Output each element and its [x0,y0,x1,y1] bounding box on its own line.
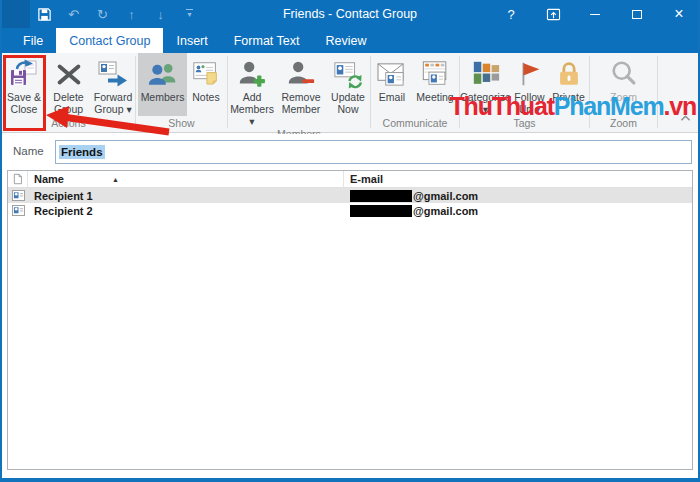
private-icon [554,57,584,91]
member-name: Recipient 1 [28,190,344,202]
ribbon-display-options-button[interactable] [532,0,574,28]
members-button[interactable]: Members [138,53,187,116]
zoom-button: Zoom [602,53,646,116]
group-separator [657,56,658,128]
group-name-input[interactable]: Friends [55,140,692,164]
follow-up-icon [515,57,545,91]
list-header: Name ▲ E-mail [8,171,692,188]
save-close-icon [8,57,40,91]
close-button[interactable]: × [658,0,700,28]
member-email: @gmail.com [344,205,692,217]
document-icon [12,173,23,185]
follow-up-button[interactable]: Follow Up ▾ [511,53,549,116]
contact-group-form: Name Friends Name ▲ E-mail Recipi [2,134,698,482]
name-row: Name Friends [2,140,698,164]
meeting-icon [420,57,451,91]
remove-member-icon [286,57,316,91]
email-button[interactable]: Email [372,53,412,116]
quick-access-toolbar: ↶ ↻ ↑ ↓ ▾ [30,0,204,28]
redacted-email [350,205,412,217]
redo-icon[interactable]: ↻ [88,0,117,28]
contact-card-icon [8,190,28,201]
contact-group-window: ↶ ↻ ↑ ↓ ▾ Friends - Contact Group ? × Fi… [0,0,700,482]
group-label-actions: Actions [2,116,135,132]
ribbon-group-actions: Save & Close Delete Group [2,53,135,132]
categorize-button[interactable]: Categorize ▾ [461,53,511,116]
window-controls: ? × [490,0,700,28]
members-list: Name ▲ E-mail Recipient 1 @gmail.com Rec… [7,170,693,470]
group-label-zoom: Zoom [590,116,657,132]
tab-file[interactable]: File [10,28,56,53]
ribbon-group-show: Members Notes [136,53,227,132]
update-now-button[interactable]: Update Now [326,53,370,127]
tab-format-text[interactable]: Format Text [221,28,313,53]
ribbon-group-zoom: Zoom Zoom [590,53,657,132]
customize-quick-access-toolbar-icon[interactable]: ▾ [175,0,204,28]
notes-button[interactable]: Notes [187,53,225,116]
save-icon[interactable] [30,0,59,28]
update-now-icon [332,57,364,91]
title-bar: ↶ ↻ ↑ ↓ ▾ Friends - Contact Group ? × [0,0,700,28]
group-label-show: Show [136,116,227,132]
undo-icon[interactable]: ↶ [59,0,88,28]
add-members-icon [237,57,267,91]
member-row-2[interactable]: Recipient 2 @gmail.com [8,203,692,218]
move-down-icon[interactable]: ↓ [146,0,175,28]
member-name: Recipient 2 [28,205,344,217]
delete-group-icon [54,57,84,91]
ribbon-group-tags: Categorize ▾ Follow Up ▾ [460,53,589,132]
selected-text: Friends [59,145,105,159]
categorize-icon [471,57,501,91]
tab-insert[interactable]: Insert [163,28,220,53]
tab-contact-group[interactable]: Contact Group [56,28,163,53]
forward-group-icon [97,57,129,91]
remove-member-button[interactable]: Remove Member [276,53,326,127]
item-type-column-header[interactable] [8,171,28,187]
zoom-icon [609,57,639,91]
name-label: Name [13,145,44,157]
group-label-communicate: Communicate [371,116,459,132]
collapse-ribbon-button[interactable] [680,108,691,126]
ribbon-group-communicate: Email Meeting [371,53,459,132]
name-column-header[interactable]: Name ▲ [28,171,344,187]
app-menu-button[interactable] [0,0,30,28]
redacted-email [350,190,412,202]
meeting-button[interactable]: Meeting [412,53,458,116]
help-button[interactable]: ? [490,0,532,28]
forward-group-button[interactable]: Forward Group ▾ [91,53,135,116]
ribbon: Save & Close Delete Group [2,53,698,133]
member-row-1[interactable]: Recipient 1 @gmail.com [8,188,692,203]
add-members-button[interactable]: Add Members ▾ [228,53,276,127]
email-icon [376,57,409,91]
notes-icon [191,57,221,91]
private-button[interactable]: Private [549,53,589,116]
tab-review[interactable]: Review [312,28,379,53]
ribbon-tabs: File Contact Group Insert Format Text Re… [0,28,700,53]
group-label-tags: Tags [460,116,589,132]
move-up-icon[interactable]: ↑ [117,0,146,28]
delete-group-button[interactable]: Delete Group [46,53,91,116]
minimize-button[interactable] [574,0,616,28]
ribbon-group-members: Add Members ▾ Remove Member [228,53,370,132]
maximize-button[interactable] [616,0,658,28]
member-email: @gmail.com [344,190,692,202]
sort-ascending-icon: ▲ [112,176,119,183]
email-column-header[interactable]: E-mail [344,173,692,185]
contact-card-icon [8,205,28,216]
members-icon [147,57,179,91]
save-close-button[interactable]: Save & Close [2,53,46,116]
